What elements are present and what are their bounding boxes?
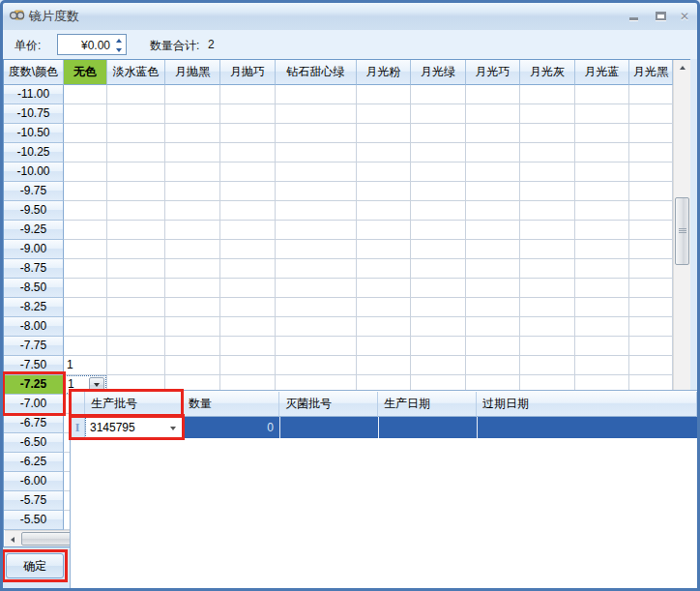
- row-header--10.00[interactable]: -10.00: [4, 163, 64, 182]
- column-header-8[interactable]: 月光巧: [466, 60, 520, 85]
- row-header--7.50[interactable]: -7.50: [4, 356, 64, 375]
- column-header-9[interactable]: 月光灰: [520, 60, 575, 85]
- unit-price-value: ¥0.00: [81, 39, 110, 52]
- minimize-icon: [629, 17, 638, 20]
- row-header--7.00[interactable]: -7.00: [4, 395, 64, 414]
- unit-price-spinner[interactable]: ¥0.00: [57, 34, 127, 55]
- batch-number-value: 3145795: [90, 421, 135, 434]
- row-header--10.50[interactable]: -10.50: [4, 124, 64, 143]
- column-header-5[interactable]: 钻石甜心绿: [276, 60, 357, 85]
- column-header-3[interactable]: 月抛黑: [165, 60, 220, 85]
- maximize-button[interactable]: [650, 7, 671, 22]
- column-header-2[interactable]: 淡水蓝色: [107, 60, 165, 85]
- batch-panel: I 3145795 生产批号数量灭菌批号生产日期过期日期0: [70, 390, 697, 588]
- batch-column-header-2[interactable]: 数量: [183, 392, 279, 417]
- batch-column-header-5[interactable]: 过期日期: [477, 392, 697, 417]
- unit-price-label: 单价:: [15, 38, 41, 54]
- ok-button-label: 确定: [23, 558, 46, 575]
- row-header--9.25[interactable]: -9.25: [4, 221, 64, 240]
- close-icon: ✕: [680, 10, 689, 23]
- row-header--11.00[interactable]: -11.00: [4, 85, 64, 104]
- row-header--9.00[interactable]: -9.00: [4, 240, 64, 259]
- eyeglasses-icon: [9, 7, 25, 23]
- row-header--8.25[interactable]: -8.25: [4, 298, 64, 317]
- scroll-up-icon[interactable]: [674, 60, 691, 75]
- batch-column-header-1[interactable]: 生产批号: [85, 392, 183, 417]
- batch-cell-灭菌批号[interactable]: [279, 417, 378, 438]
- row-header--10.25[interactable]: -10.25: [4, 143, 64, 163]
- lens-power-window: 镜片度数 ✕ 单价: ¥0.00 数量合计: 2 度数\颜色无色淡水蓝色月抛黑月…: [0, 0, 700, 591]
- row-header--7.75[interactable]: -7.75: [4, 337, 64, 356]
- row-header--10.75[interactable]: -10.75: [4, 104, 64, 124]
- row-header--6.50[interactable]: -6.50: [4, 433, 64, 453]
- row-header--8.50[interactable]: -8.50: [4, 279, 64, 298]
- batch-cell-生产日期[interactable]: [378, 417, 477, 438]
- row-header--5.75[interactable]: -5.75: [4, 491, 64, 511]
- batch-indicator-header: [71, 392, 85, 417]
- batch-number-combobox[interactable]: 3145795: [85, 417, 183, 438]
- batch-cell-过期日期[interactable]: [477, 417, 697, 438]
- batch-column-header-4[interactable]: 生产日期: [378, 392, 477, 417]
- row-header--8.00[interactable]: -8.00: [4, 317, 64, 337]
- title-bar[interactable]: 镜片度数 ✕: [0, 0, 700, 30]
- toolbar: 单价: ¥0.00 数量合计: 2: [3, 30, 697, 59]
- row-header--7.25[interactable]: -7.25: [4, 375, 64, 395]
- column-header-1[interactable]: 无色: [64, 60, 107, 85]
- chevron-down-icon: [94, 383, 100, 387]
- chevron-down-icon: [170, 427, 176, 430]
- column-header-7[interactable]: 月光绿: [411, 60, 466, 85]
- scroll-left-icon[interactable]: [5, 531, 20, 547]
- quantity-total-label: 数量合计:: [150, 38, 199, 54]
- row-indicator-cell: I: [71, 417, 85, 438]
- row-header--5.50[interactable]: -5.50: [4, 511, 64, 530]
- close-button[interactable]: ✕: [674, 7, 695, 22]
- minimize-button[interactable]: [623, 7, 644, 22]
- row-header--9.50[interactable]: -9.50: [4, 201, 64, 221]
- window-title: 镜片度数: [29, 8, 79, 25]
- row-header--8.75[interactable]: -8.75: [4, 259, 64, 279]
- row-header--6.25[interactable]: -6.25: [4, 453, 64, 472]
- column-header-10[interactable]: 月光蓝: [575, 60, 629, 85]
- spinner-up-icon[interactable]: [113, 36, 124, 44]
- batch-column-header-3[interactable]: 灭菌批号: [279, 392, 378, 417]
- ok-button[interactable]: 确定: [6, 553, 64, 578]
- batch-cell-数量[interactable]: 0: [183, 417, 279, 438]
- corner-header[interactable]: 度数\颜色: [4, 60, 64, 85]
- vertical-scrollbar-thumb[interactable]: [675, 197, 689, 265]
- row-header--9.75[interactable]: -9.75: [4, 182, 64, 201]
- quantity-total-value: 2: [208, 38, 215, 51]
- maximize-icon: [656, 12, 666, 20]
- row-header--6.75[interactable]: -6.75: [4, 414, 64, 433]
- column-header-6[interactable]: 月光粉: [357, 60, 411, 85]
- row-header--6.00[interactable]: -6.00: [4, 472, 64, 491]
- cell-value--7.50[interactable]: 1: [64, 356, 106, 374]
- column-header-4[interactable]: 月抛巧: [220, 60, 276, 85]
- column-header-11[interactable]: 月光黑: [629, 60, 673, 85]
- spinner-down-icon[interactable]: [113, 45, 124, 54]
